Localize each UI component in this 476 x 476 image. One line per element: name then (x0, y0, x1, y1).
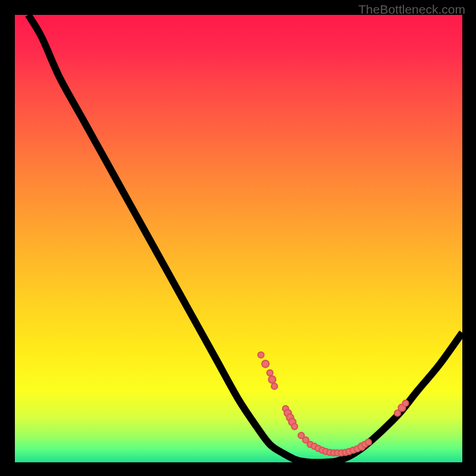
watermark-text: TheBottleneck.com (358, 2, 465, 17)
chart-svg (15, 15, 462, 462)
data-point (258, 352, 264, 358)
chart-data-points (258, 352, 409, 456)
data-point (292, 424, 298, 430)
data-point (267, 370, 273, 376)
data-point (262, 361, 269, 368)
data-point (402, 400, 408, 406)
data-point (271, 383, 277, 389)
data-point (365, 439, 371, 445)
bottleneck-curve (29, 15, 462, 462)
chart-plot-area (15, 15, 462, 462)
data-point (268, 376, 275, 383)
